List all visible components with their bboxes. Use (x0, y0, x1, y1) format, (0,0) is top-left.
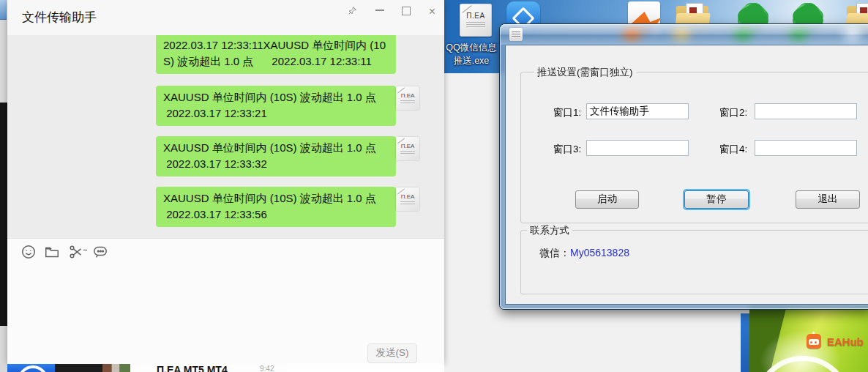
avatar[interactable]: Π.EA (396, 187, 419, 211)
close-button[interactable]: × (429, 7, 435, 17)
window4-label: 窗口4: (719, 143, 747, 156)
emoji-icon[interactable] (20, 244, 37, 260)
window1-input[interactable] (586, 103, 689, 119)
desktop-icon-label[interactable]: QQ微信信息 推送.exe (436, 41, 506, 67)
file-icon[interactable] (44, 244, 60, 260)
wechat-window: 文件传输助手 × 2022.03.17 12:33:11XAUUSD 单位时间内… (7, 0, 444, 364)
window2-label: 窗口2: (719, 106, 747, 119)
window2-input[interactable] (755, 103, 857, 119)
dialog-body: 推送设置(需窗口独立) 窗口1: 窗口2: 窗口3: 窗口4: 启动 暂停 退出… (505, 45, 868, 305)
dialog-app-icon (509, 28, 523, 41)
pause-button[interactable]: 暂停 (684, 190, 749, 209)
icon-label-line1: QQ微信信息 (444, 42, 498, 53)
eahub-image-window: EAHub (749, 306, 868, 372)
chat-message-area: 2022.03.17 12:33:11XAUUSD 单位时间内 (10S) 波动… (7, 35, 444, 238)
robot-icon (807, 334, 821, 349)
chat-list-item[interactable]: Π.EA MT5 MT4 9:42 (130, 364, 287, 372)
logo-circle-icon (18, 365, 48, 372)
wechat-contact-value: My05613828 (570, 247, 629, 258)
window3-label: 窗口3: (553, 143, 581, 156)
minimize-button[interactable] (375, 10, 384, 11)
dialog-titlebar[interactable] (500, 24, 868, 45)
ea-icon-text: Π.EA (460, 12, 492, 20)
eahub-logo: EAHub (807, 334, 864, 351)
chat-thumbnail[interactable] (102, 364, 130, 372)
ea-icon-smallprint (466, 22, 485, 28)
chat-list-item-title: Π.EA MT5 MT4 (157, 364, 228, 372)
chat-list-item-time: 9:42 (260, 365, 274, 372)
avatar[interactable]: Π.EA (396, 137, 419, 160)
window-title: 文件传输助手 (22, 9, 97, 26)
chat-bubble: 2022.03.17 12:33:11XAUUSD 单位时间内 (10S) 波动… (156, 35, 396, 74)
window-bottom-edge (287, 364, 444, 372)
group-title: 联系方式 (527, 224, 572, 237)
group-title: 推送设置(需窗口独立) (534, 66, 636, 79)
eahub-brand-text: EAHub (827, 335, 864, 348)
avatar[interactable]: Π.EA (396, 86, 419, 110)
taskbar-dark-tile[interactable] (55, 364, 102, 372)
icon-label-line2: 推送.exe (452, 56, 491, 66)
window3-input[interactable] (586, 140, 689, 156)
contact-info: 微信：My05613828 (539, 247, 629, 260)
send-button[interactable]: 发送(S) (367, 343, 417, 363)
screenshot-scissors-icon[interactable] (68, 244, 84, 260)
chat-history-icon[interactable] (92, 244, 108, 260)
desktop: Π.EA QQ微信信息 推送.exe ✓ ✓ 文件传输助手 (0, 0, 868, 372)
window1-label: 窗口1: (553, 106, 581, 119)
maximize-button[interactable] (402, 7, 411, 15)
pin-icon[interactable] (348, 5, 357, 18)
left-window-edge (0, 0, 7, 372)
wechat-contact-label: 微信： (539, 247, 570, 258)
contact-group: 联系方式 微信：My05613828 (520, 230, 868, 294)
taskbar-blue-tile[interactable] (7, 364, 55, 372)
desktop-gap (741, 313, 749, 372)
window4-input[interactable] (755, 140, 857, 156)
chat-bubble: XAUUSD 单位时间内 (10S) 波动超出 1.0 点 2022.03.17… (156, 136, 396, 176)
start-button[interactable]: 启动 (575, 190, 639, 209)
push-settings-dialog: 推送设置(需窗口独立) 窗口1: 窗口2: 窗口3: 窗口4: 启动 暂停 退出… (500, 24, 868, 309)
chat-bubble: XAUUSD 单位时间内 (10S) 波动超出 1.0 点 2022.03.17… (156, 86, 396, 126)
exit-button[interactable]: 退出 (796, 190, 860, 209)
window-controls: × (333, 4, 435, 18)
desktop-icon-ea-exe[interactable]: Π.EA (460, 4, 492, 37)
message-input-area[interactable]: 发送(S) (7, 238, 444, 365)
chat-bubble: XAUUSD 单位时间内 (10S) 波动超出 1.0 点 2022.03.17… (156, 187, 396, 227)
